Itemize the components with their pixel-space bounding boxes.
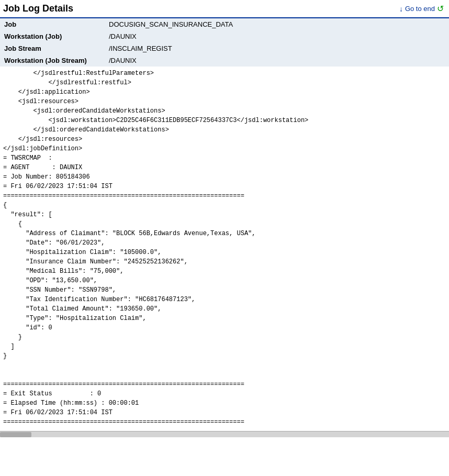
metadata-value: /DAUNIX xyxy=(105,54,449,67)
metadata-label: Workstation (Job Stream) xyxy=(0,54,105,67)
metadata-label: Job xyxy=(0,18,105,30)
log-content: </jsdlrestful:RestfulParameters> </jsdlr… xyxy=(0,67,449,429)
scrollbar-area[interactable] xyxy=(0,431,449,437)
metadata-value: /DAUNIX xyxy=(105,30,449,42)
page-title: Job Log Details xyxy=(3,3,73,14)
metadata-label: Job Stream xyxy=(0,42,105,54)
metadata-value: /INSCLAIM_REGIST xyxy=(105,42,449,54)
metadata-row: Workstation (Job)/DAUNIX xyxy=(0,30,449,42)
scrollbar-thumb[interactable] xyxy=(0,432,31,437)
arrow-down-icon: ↓ xyxy=(399,5,403,13)
go-to-end-link[interactable]: ↓ Go to end ↺ xyxy=(399,4,444,14)
go-to-end-label: Go to end xyxy=(405,5,435,13)
metadata-row: Job Stream/INSCLAIM_REGIST xyxy=(0,42,449,54)
metadata-value: DOCUSIGN_SCAN_INSURANCE_DATA xyxy=(105,18,449,30)
metadata-row: JobDOCUSIGN_SCAN_INSURANCE_DATA xyxy=(0,18,449,30)
metadata-label: Workstation (Job) xyxy=(0,30,105,42)
page-header: Job Log Details ↓ Go to end ↺ xyxy=(0,0,449,18)
refresh-icon: ↺ xyxy=(437,4,444,14)
metadata-table: JobDOCUSIGN_SCAN_INSURANCE_DATAWorkstati… xyxy=(0,18,449,67)
metadata-row: Workstation (Job Stream)/DAUNIX xyxy=(0,54,449,67)
